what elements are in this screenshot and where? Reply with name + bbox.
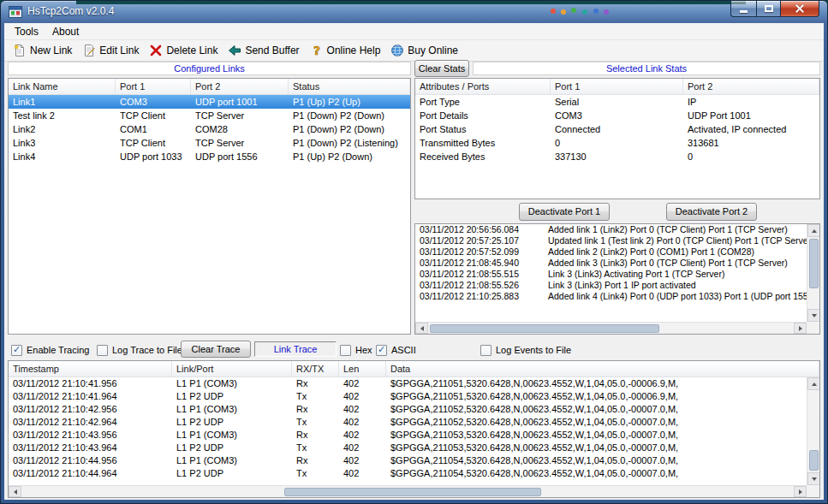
toolbar-button-label: Edit Link <box>99 44 139 56</box>
edit-link-button[interactable]: Edit Link <box>77 42 144 59</box>
cell-port1: TCP Client <box>116 136 191 150</box>
maximize-button[interactable] <box>756 1 780 17</box>
column-header-timestamp[interactable]: Timestamp <box>9 361 172 377</box>
cell-timestamp: 03/11/2012 21:10:42.964 <box>9 416 172 429</box>
column-header-len[interactable]: Len <box>339 361 386 377</box>
enable-tracing-checkbox[interactable]: Enable Tracing <box>11 343 89 357</box>
column-header-port1[interactable]: Port 1 <box>551 79 683 94</box>
trace-row[interactable]: 03/11/2012 21:10:43.956 L1 P1 (COM3) Rx … <box>9 429 807 442</box>
event-log-horizontal-scrollbar[interactable] <box>415 322 807 334</box>
svg-text:?: ? <box>313 44 320 57</box>
event-time: 03/11/2012 20:57:52.099 <box>415 246 544 258</box>
stats-row[interactable]: Received Bytes 337130 0 <box>415 150 819 163</box>
send-buffer-button[interactable]: Send Buffer <box>223 42 304 59</box>
clear-trace-button[interactable]: Clear Trace <box>181 341 251 358</box>
link-row[interactable]: Test link 2 TCP Client TCP Server P1 (Do… <box>9 109 410 122</box>
menu-bar: Tools About <box>4 23 824 40</box>
cell-timestamp: 03/11/2012 21:10:42.956 <box>9 403 172 416</box>
scroll-right-button[interactable] <box>794 323 807 334</box>
checkbox-unchecked-icon <box>480 345 491 356</box>
stats-row[interactable]: Port Details COM3 UDP Port 1001 <box>415 109 819 122</box>
stats-row[interactable]: Transmitted Bytes 0 313681 <box>415 136 819 150</box>
scrollbar-thumb[interactable] <box>809 450 819 471</box>
event-log-entry[interactable]: 03/11/2012 21:08:45.940 Added link 3 (Li… <box>415 258 807 269</box>
trace-row[interactable]: 03/11/2012 21:10:41.964 L1 P2 UDP Tx 402… <box>9 390 807 403</box>
trace-row[interactable]: 03/11/2012 21:10:44.964 L1 P2 UDP Tx 402… <box>9 467 807 480</box>
scrollbar-thumb[interactable] <box>430 324 659 333</box>
log-trace-to-file-checkbox[interactable]: Log Trace to File <box>97 343 182 357</box>
ascii-checkbox[interactable]: ASCII <box>376 343 416 357</box>
scroll-left-button[interactable] <box>415 323 428 334</box>
titlebar[interactable]: HsTcp2Com v2.0.4 <box>1 1 827 23</box>
buy-online-button[interactable]: Buy Online <box>385 42 463 59</box>
stats-row[interactable]: Port Type Serial IP <box>415 95 819 109</box>
cell-data: $GPGGA,211052,5320.6428,N,00623.4552,W,1… <box>386 403 807 416</box>
column-header-link-port[interactable]: Link/Port <box>172 361 292 377</box>
scroll-right-button[interactable] <box>794 486 807 497</box>
trace-horizontal-scrollbar[interactable] <box>9 485 807 497</box>
event-log-entry[interactable]: 03/11/2012 20:56:56.084 Added link 1 (Li… <box>415 224 807 235</box>
cell-attribute: Received Bytes <box>415 150 551 163</box>
event-log-entry[interactable]: 03/11/2012 21:08:55.515 Link 3 (Link3) A… <box>415 269 807 280</box>
event-log-vertical-scrollbar[interactable] <box>807 224 819 322</box>
link-row[interactable]: Link3 TCP Client TCP Server P1 (Down) P2… <box>9 136 410 150</box>
trace-row[interactable]: 03/11/2012 21:10:43.964 L1 P2 UDP Tx 402… <box>9 442 807 454</box>
scrollbar-thumb[interactable] <box>809 239 819 288</box>
column-header-port2[interactable]: Port 2 <box>683 79 819 94</box>
log-events-to-file-checkbox[interactable]: Log Events to File <box>480 343 571 357</box>
scroll-down-button[interactable] <box>807 472 820 485</box>
scroll-up-button[interactable] <box>807 224 820 237</box>
deactivate-port1-button[interactable]: Deactivate Port 1 <box>519 203 610 221</box>
delete-link-button[interactable]: Delete Link <box>144 42 223 59</box>
column-header-port1[interactable]: Port 1 <box>116 79 191 94</box>
configured-links-header: Configured Links <box>8 62 411 75</box>
scroll-left-button[interactable] <box>9 486 21 497</box>
cell-data: $GPGGA,211051,5320.6428,N,00623.4552,W,1… <box>386 377 807 390</box>
menu-about[interactable]: About <box>45 24 86 39</box>
stats-row[interactable]: Port Status Connected Activated, IP conn… <box>415 122 819 136</box>
scroll-up-button[interactable] <box>807 377 820 390</box>
trace-row[interactable]: 03/11/2012 21:10:44.956 L1 P1 (COM3) Rx … <box>9 454 807 467</box>
hex-checkbox[interactable]: Hex <box>340 343 372 357</box>
new-link-button[interactable]: New Link <box>8 42 77 59</box>
scroll-down-button[interactable] <box>807 309 820 322</box>
close-button[interactable] <box>780 1 819 17</box>
cell-port2: TCP Server <box>191 109 289 122</box>
link-row-selected[interactable]: Link1 COM3 UDP port 1001 P1 (Up) P2 (Up) <box>9 95 410 109</box>
cell-timestamp: 03/11/2012 21:10:44.964 <box>9 467 172 480</box>
delete-link-icon <box>149 44 163 57</box>
column-header-attributes[interactable]: Attributes / Ports <box>415 79 551 94</box>
trace-row[interactable]: 03/11/2012 21:10:41.956 L1 P1 (COM3) Rx … <box>9 377 807 390</box>
clear-stats-button[interactable]: Clear Stats <box>414 60 469 77</box>
toolbar-button-label: Online Help <box>327 44 381 56</box>
online-help-button[interactable]: ? Online Help <box>305 42 386 59</box>
column-header-port2[interactable]: Port 2 <box>191 79 289 94</box>
link-row[interactable]: Link2 COM1 COM28 P1 (Down) P2 (Down) <box>9 122 410 136</box>
cell-link-name: Link4 <box>9 150 116 163</box>
event-message: Link 3 (Link3) Port 1 IP port activated <box>544 280 807 291</box>
event-log-entry[interactable]: 03/11/2012 21:08:55.526 Link 3 (Link3) P… <box>415 280 807 291</box>
cell-status: P1 (Down) P2 (Down) <box>289 109 410 122</box>
column-header-data[interactable]: Data <box>386 361 819 377</box>
trace-row[interactable]: 03/11/2012 21:10:42.964 L1 P2 UDP Tx 402… <box>9 416 807 429</box>
column-header-link-name[interactable]: Link Name <box>9 79 116 94</box>
event-log-entry[interactable]: 03/11/2012 20:57:52.099 Added link 2 (Li… <box>415 246 807 258</box>
checkbox-label: Enable Tracing <box>27 345 89 355</box>
minimize-button[interactable] <box>730 1 756 17</box>
deactivate-port2-button[interactable]: Deactivate Port 2 <box>666 203 757 221</box>
column-header-rxtx[interactable]: RX/TX <box>292 361 339 377</box>
scrollbar-thumb[interactable] <box>284 488 541 496</box>
toolbar-button-label: Send Buffer <box>245 44 299 56</box>
column-header-status[interactable]: Status <box>289 79 410 94</box>
link-row[interactable]: Link4 UDP port 1033 UDP port 1556 P1 (Up… <box>9 150 410 163</box>
cell-link-port: L1 P1 (COM3) <box>172 377 292 390</box>
cell-port2: Activated, IP connected <box>683 122 819 136</box>
cell-timestamp: 03/11/2012 21:10:43.964 <box>9 442 172 454</box>
scrollbar-corner <box>807 322 819 334</box>
event-log-entry[interactable]: 03/11/2012 21:10:25.883 Added link 4 (Li… <box>415 291 807 302</box>
cell-attribute: Port Status <box>415 122 551 136</box>
trace-vertical-scrollbar[interactable] <box>807 377 819 485</box>
trace-row[interactable]: 03/11/2012 21:10:42.956 L1 P1 (COM3) Rx … <box>9 403 807 416</box>
menu-tools[interactable]: Tools <box>8 24 45 39</box>
event-log-entry[interactable]: 03/11/2012 20:57:25.107 Updated link 1 (… <box>415 235 807 246</box>
